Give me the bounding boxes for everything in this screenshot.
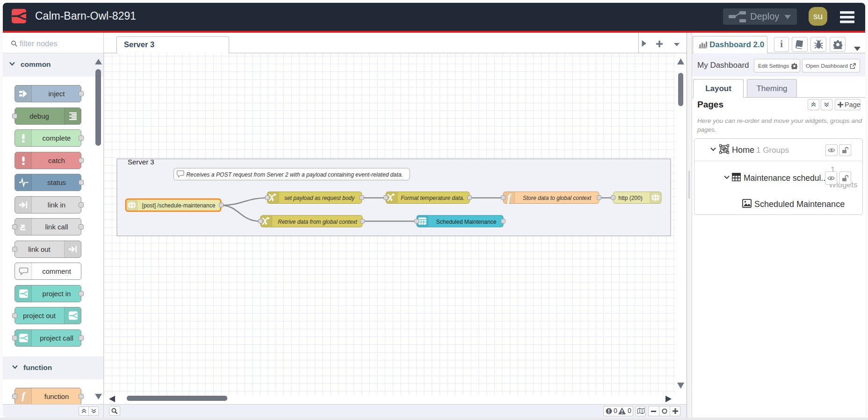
svg-text:[post] /schedule-maintenance: [post] /schedule-maintenance <box>142 202 216 209</box>
svg-text:Format temperature data.: Format temperature data. <box>401 195 464 201</box>
svg-text:Server 3: Server 3 <box>128 158 154 166</box>
svg-text:set payload as request body: set payload as request body <box>284 195 355 201</box>
svg-text:Retrive data from global conte: Retrive data from global context <box>278 219 357 225</box>
svg-text:Scheduled Maintenance: Scheduled Maintenance <box>436 219 497 225</box>
svg-text:f: f <box>22 392 26 401</box>
svg-text:http (200): http (200) <box>618 195 642 201</box>
svg-text:Store data to global context: Store data to global context <box>523 195 592 201</box>
svg-text:Receives a POST request from S: Receives a POST request from Server 2 wi… <box>186 171 403 178</box>
